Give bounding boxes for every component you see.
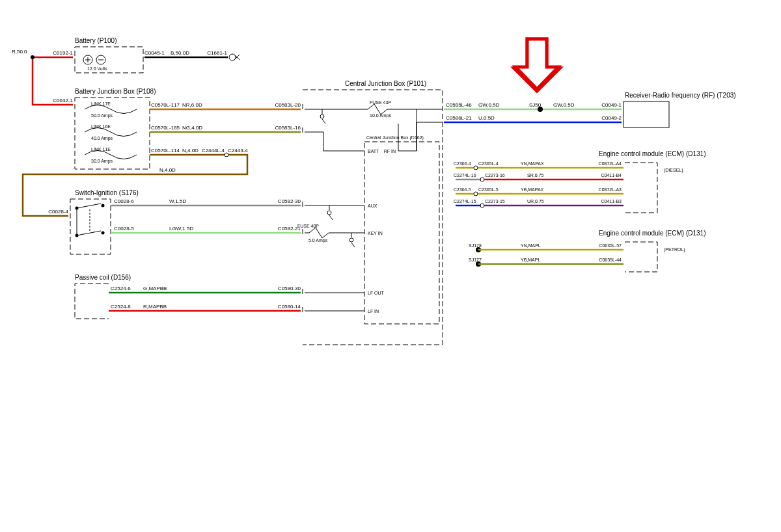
- ecm-diesel-wires: C2366-4 C2365L-4 YN,MAPAX C0872L-A4 C227…: [454, 161, 623, 207]
- c1661-1: C1661-1: [207, 50, 227, 56]
- ecm-petrol-title: Engine control module (ECM) (D131): [599, 230, 706, 237]
- svg-point-22: [320, 114, 324, 118]
- c0049-1: C0049-1: [601, 102, 622, 108]
- c0028-6: C0028-6: [114, 198, 134, 204]
- wire-n4-b: [23, 155, 247, 216]
- c2273-15: C2273-15: [485, 199, 505, 204]
- lbl-ur075: UR,0.75: [527, 199, 544, 204]
- svg-point-35: [480, 178, 484, 181]
- svg-point-6: [31, 55, 34, 59]
- battery-volts: 12.0 Volts: [87, 66, 107, 71]
- ecm-petrol-wires: SJ178 YN,MAPL C0635L-57 SJ177 YB,MAPL C0…: [469, 243, 623, 267]
- lbl-sr075: SR,0.75: [527, 173, 543, 178]
- c2366-5: C2366-5: [454, 187, 471, 192]
- c0586-21: C0586L-21: [446, 115, 472, 121]
- svg-point-37: [480, 204, 484, 207]
- wiring-diagram: Battery (P100) 12.0 Volts R,50.0 C0192-1…: [0, 0, 781, 532]
- lbl-ng4: NG,4.0D: [182, 125, 202, 131]
- link16-amps: 40.0 Amps: [91, 136, 113, 141]
- lbl-ybx: YB,MAPAX: [521, 187, 544, 192]
- fuse40-amps: 5.0 Amps: [308, 238, 328, 243]
- c0028-5: C0028-5: [114, 226, 134, 232]
- c0632-1: C0632-1: [53, 98, 73, 103]
- ecm-petrol-note: (PETROL): [664, 247, 685, 252]
- c0049-2: C0049-2: [601, 115, 622, 121]
- callout-arrow-icon: [514, 39, 560, 91]
- ecm-diesel-note: (DIESEL): [664, 168, 683, 173]
- c0580-30: C0580-30: [278, 286, 301, 291]
- c0570-114: C0570L-114: [151, 148, 180, 153]
- tag-aux: AUX: [368, 204, 377, 208]
- battery-title: Battery (P100): [75, 37, 116, 44]
- c2274-16: C2274L-16: [454, 173, 476, 178]
- ecm-diesel-title: Engine control module (ECM) (D131): [599, 150, 706, 157]
- lbl-nr6: NR,6.0D: [182, 102, 202, 108]
- svg-point-26: [327, 211, 331, 215]
- sj178: SJ178: [469, 243, 482, 248]
- lbl-n4: N,4.0D: [182, 148, 199, 153]
- lbl-u05d: U,0.5D: [478, 115, 495, 121]
- c0570-117: C0570L-117: [151, 102, 180, 108]
- lbl-lgw15: LGW,1.5D: [169, 226, 193, 232]
- c2524-8: C2524-8: [111, 304, 131, 310]
- lbl-w15: W,1.5D: [169, 198, 186, 204]
- sj177: SJ177: [469, 258, 482, 262]
- c0192-1: C0192-1: [53, 50, 73, 56]
- svg-line-16: [77, 231, 101, 235]
- lbl-rmap: R,MAPBB: [143, 304, 167, 310]
- c2443-4: C2443-4: [228, 148, 248, 153]
- c0872-a4: C0872L-A4: [599, 161, 622, 166]
- c0045-1: C0045-1: [144, 50, 165, 56]
- c2524-6: C2524-6: [111, 286, 131, 291]
- lbl-b50d: B,50.0D: [171, 50, 189, 56]
- svg-point-29: [349, 238, 353, 242]
- c0580-14: C0580-14: [278, 304, 301, 310]
- tag-keyin: KEY IN: [368, 231, 383, 235]
- svg-point-32: [538, 107, 543, 112]
- c0872-a3: C0872L-A3: [599, 187, 622, 192]
- lbl-r50: R,50.0: [12, 49, 27, 55]
- tag-lfin: LF IN: [368, 309, 379, 313]
- c0028-4: C0028-4: [48, 209, 68, 215]
- svg-rect-33: [623, 101, 669, 127]
- lbl-n4b: N,4.0D: [159, 167, 176, 173]
- c2365-4: C2365L-4: [478, 161, 499, 166]
- svg-point-34: [474, 166, 478, 170]
- c0411-b4: C0411-B4: [601, 173, 622, 178]
- fuse43-name: FUSE 43P: [370, 100, 391, 105]
- svg-point-15: [102, 204, 105, 207]
- lbl-gw05: GW,0.5D: [478, 102, 500, 108]
- svg-line-30: [351, 243, 355, 247]
- passive-title: Passive coil (D156): [75, 274, 131, 281]
- svg-point-18: [102, 232, 105, 235]
- tag-rfin: RF IN: [384, 149, 396, 153]
- receiver-title: Receiver-Radio frequency (RF) (T203): [625, 92, 736, 99]
- c0582-30: C0582-30: [278, 198, 301, 204]
- c2366-4: C2366-4: [454, 161, 471, 166]
- c0635-44: C0635L-44: [599, 258, 622, 262]
- c0585-46: C0585L-46: [446, 102, 472, 108]
- c0411-b3: C0411-B3: [601, 199, 622, 204]
- c2444-4: C2444L-4: [202, 148, 225, 153]
- battery-block: Battery (P100) 12.0 Volts: [75, 37, 143, 73]
- fuse43-amps: 10.0 Amps: [370, 113, 392, 118]
- lbl-gw05b: GW,0.5D: [553, 102, 575, 108]
- c2273-16: C2273-16: [485, 173, 505, 178]
- cjb-inner-title: Central Junction Box (D162): [366, 135, 424, 140]
- bjb-title: Battery Junction Box (P108): [75, 88, 156, 95]
- svg-point-11: [225, 153, 228, 157]
- svg-line-13: [77, 204, 101, 208]
- svg-line-23: [322, 119, 325, 124]
- svg-line-27: [329, 215, 333, 220]
- tag-lfout: LF OUT: [368, 291, 385, 295]
- c0583-16: C0583L-16: [275, 125, 301, 131]
- lbl-gmap: G,MAPBB: [143, 286, 167, 291]
- c2274-15: C2274L-15: [454, 199, 476, 204]
- link11-amps: 30.0 Amps: [91, 159, 113, 164]
- svg-point-36: [474, 192, 478, 196]
- c0635-57: C0635L-57: [599, 243, 622, 248]
- tag-batt: BATT: [368, 149, 379, 153]
- lbl-ybl: YB,MAPL: [521, 258, 540, 262]
- c0583-20: C0583L-20: [275, 102, 301, 108]
- cjb-title: Central Junction Box (P101): [345, 80, 426, 87]
